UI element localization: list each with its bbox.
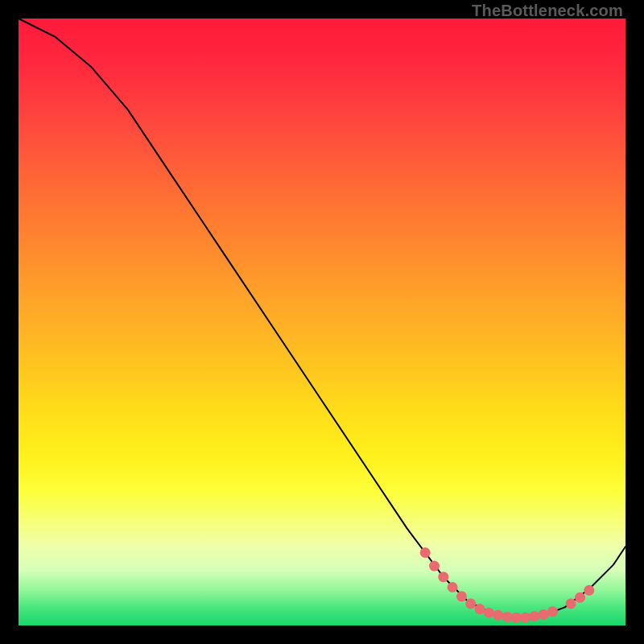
chart-frame: TheBottleneck.com: [0, 0, 644, 644]
data-marker: [484, 608, 494, 618]
data-marker: [584, 585, 594, 596]
bottleneck-curve: [19, 19, 625, 618]
data-marker: [475, 604, 485, 614]
data-marker: [502, 612, 513, 622]
data-marker: [465, 598, 476, 609]
data-marker: [438, 572, 448, 582]
data-marker: [420, 547, 431, 558]
plot-area: [19, 19, 625, 625]
data-marker: [493, 610, 503, 621]
data-marker: [429, 561, 440, 572]
data-marker: [547, 606, 558, 617]
data-marker: [511, 613, 522, 623]
data-marker: [456, 591, 467, 601]
data-marker: [529, 611, 539, 621]
marker-group: [420, 547, 595, 623]
data-marker: [575, 592, 585, 603]
data-marker: [448, 582, 458, 592]
chart-svg: [19, 19, 625, 625]
watermark-text: TheBottleneck.com: [472, 2, 623, 20]
data-marker: [520, 613, 530, 623]
data-marker: [566, 598, 576, 609]
data-marker: [539, 609, 549, 620]
